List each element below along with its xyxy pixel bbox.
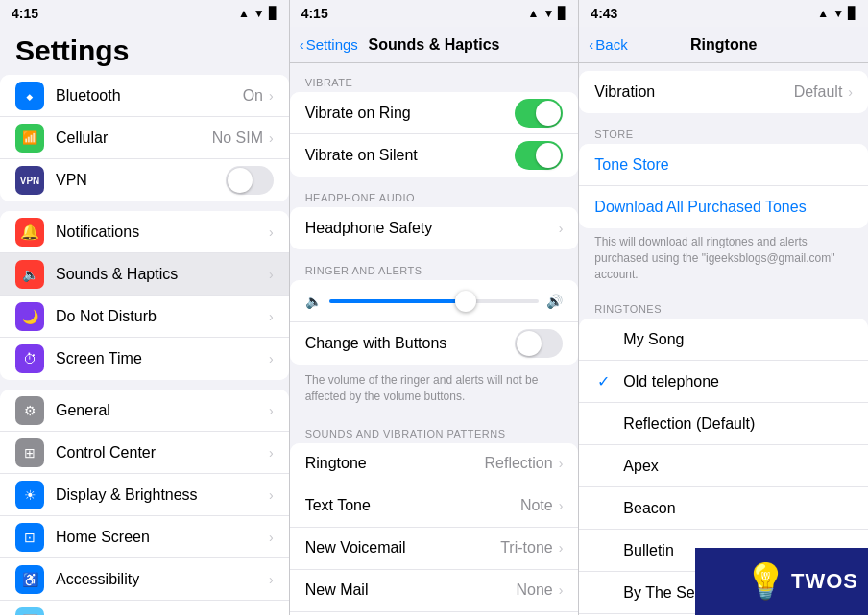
general-icon: ⚙	[15, 396, 44, 425]
status-icons-3: ▲ ▼ ▊	[817, 7, 856, 20]
time-1: 4:15	[12, 6, 38, 21]
accessibility-label: Accessibility	[56, 571, 267, 588]
texttone-chevron: ›	[559, 498, 564, 513]
ringtone-nav-title: Ringtone	[690, 36, 757, 54]
controlcenter-chevron: ›	[269, 445, 274, 461]
sounds-back-button[interactable]: ‹ Settings	[300, 36, 358, 53]
changewithbuttons-toggle[interactable]	[515, 329, 563, 358]
cellular-value: No SIM	[212, 130, 263, 147]
back-chevron-icon: ‹	[300, 36, 304, 53]
wifi-icon-2: ▼	[542, 7, 554, 20]
vpn-icon: VPN	[15, 166, 44, 195]
cellular-row[interactable]: 📶 Cellular No SIM ›	[0, 117, 289, 159]
beacon-row[interactable]: ✓ Beacon	[579, 487, 868, 530]
notifications-row[interactable]: 🔔 Notifications ›	[0, 211, 289, 253]
vpn-toggle[interactable]	[226, 166, 274, 195]
oldtelephone-row[interactable]: ✓ Old telephone	[579, 361, 868, 403]
changewithbuttons-label: Change with Buttons	[305, 335, 516, 352]
newvoicemail-row[interactable]: New Voicemail Tri-tone ›	[290, 528, 579, 570]
vibratesilent-row[interactable]: Vibrate on Silent	[290, 134, 579, 177]
newmail-row[interactable]: New Mail None ›	[290, 570, 579, 612]
screentime-row[interactable]: ⏱ Screen Time ›	[0, 338, 289, 380]
bytheseaside-checkmark: ✓	[594, 583, 612, 602]
tonestore-row[interactable]: Tone Store	[579, 144, 868, 186]
sentmail-row[interactable]: Sent Mail Swoosh ›	[290, 612, 579, 615]
bluetooth-value: On	[243, 87, 263, 105]
vibrateonring-label: Vibrate on Ring	[305, 105, 516, 122]
controlcenter-icon: ⊞	[15, 438, 44, 467]
general-chevron: ›	[269, 403, 274, 418]
homescreen-chevron: ›	[269, 530, 274, 545]
ringtone-chevron: ›	[559, 456, 564, 471]
ringtone-row[interactable]: Ringtone Reflection ›	[290, 443, 579, 485]
accessibility-row[interactable]: ♿ Accessibility ›	[0, 558, 289, 601]
vibrateonring-toggle[interactable]	[515, 99, 563, 128]
time-3: 4:43	[591, 6, 617, 21]
bluetooth-row[interactable]: ⬥ Bluetooth On ›	[0, 75, 289, 117]
ringtone-nav: ‹ Back Ringtone	[579, 27, 868, 63]
displaybrightness-chevron: ›	[269, 487, 274, 503]
panel-sounds: 4:15 ▲ ▼ ▊ ‹ Settings Sounds & Haptics V…	[290, 0, 580, 615]
watermark-text: TWOS	[791, 569, 858, 594]
reflection-row[interactable]: ✓ Reflection (Default)	[579, 403, 868, 445]
sounds-scroll: VIBRATE Vibrate on Ring Vibrate on Silen…	[290, 63, 579, 615]
displaybrightness-row[interactable]: ☀ Display & Brightness ›	[0, 474, 289, 516]
ringer-header: RINGER AND ALERTS	[290, 251, 579, 280]
homescreen-label: Home Screen	[56, 529, 267, 546]
volume-slider-container[interactable]: 🔈 🔊	[305, 294, 564, 309]
ringtone-back-button[interactable]: ‹ Back	[589, 36, 627, 53]
volume-slider-thumb[interactable]	[455, 291, 476, 312]
headphonesafety-row[interactable]: Headphone Safety ›	[290, 207, 579, 249]
donotdisturb-row[interactable]: 🌙 Do Not Disturb ›	[0, 296, 289, 338]
volume-low-icon: 🔈	[305, 294, 322, 309]
texttone-row[interactable]: Text Tone Note ›	[290, 485, 579, 528]
vibrateonring-row[interactable]: Vibrate on Ring	[290, 92, 579, 134]
reflection-checkmark: ✓	[594, 414, 612, 433]
mysong-row[interactable]: ✓ My Song	[579, 319, 868, 361]
general-label: General	[56, 402, 267, 419]
panel-ringtone: 4:43 ▲ ▼ ▊ ‹ Back Ringtone Vibration Def…	[579, 0, 868, 615]
battery-icon-2: ▊	[558, 7, 567, 20]
notifications-icon: 🔔	[15, 218, 44, 247]
oldtelephone-checkmark: ✓	[594, 372, 612, 390]
notifications-chevron: ›	[269, 225, 274, 240]
slider-row: 🔈 🔊	[290, 280, 579, 322]
vibration-group: Vibration Default ›	[579, 71, 868, 113]
changewithbuttons-row[interactable]: Change with Buttons	[290, 322, 579, 365]
screentime-icon: ⏱	[15, 344, 44, 373]
status-icons-2: ▲ ▼ ▊	[528, 7, 567, 20]
apex-checkmark: ✓	[594, 457, 612, 475]
controlcenter-row[interactable]: ⊞ Control Center ›	[0, 432, 289, 474]
bluetooth-chevron: ›	[269, 88, 274, 104]
back-chevron-icon-2: ‹	[589, 36, 593, 53]
headphonesafety-label: Headphone Safety	[305, 220, 557, 237]
newmail-chevron: ›	[559, 582, 564, 598]
accessibility-icon: ♿	[15, 565, 44, 594]
vibration-row[interactable]: Vibration Default ›	[579, 71, 868, 113]
apex-row[interactable]: ✓ Apex	[579, 445, 868, 487]
store-header: STORE	[579, 115, 868, 144]
volume-slider-fill	[329, 299, 466, 303]
settings-title: Settings	[0, 27, 289, 75]
sounds-row[interactable]: 🔈 Sounds & Haptics ›	[0, 253, 289, 296]
volume-high-icon: 🔊	[546, 294, 563, 309]
vpn-row[interactable]: VPN VPN	[0, 159, 289, 201]
settings-group-2: 🔔 Notifications › 🔈 Sounds & Haptics › 🌙…	[0, 211, 289, 380]
vibratesilent-toggle[interactable]	[515, 141, 563, 170]
downloadtones-row[interactable]: Download All Purchased Tones	[579, 186, 868, 228]
volume-slider-track[interactable]	[329, 299, 540, 303]
vibration-label: Vibration	[594, 83, 793, 101]
headphone-group: Headphone Safety ›	[290, 207, 579, 249]
vpn-label: VPN	[56, 172, 226, 189]
store-group: Tone Store Download All Purchased Tones	[579, 144, 868, 228]
signal-icon-2: ▲	[528, 7, 540, 20]
downloadtones-label: Download All Purchased Tones	[594, 199, 853, 216]
status-bar-1: 4:15 ▲ ▼ ▊	[0, 0, 289, 27]
screentime-chevron: ›	[269, 351, 274, 367]
vibratesilent-label: Vibrate on Silent	[305, 147, 516, 164]
sounds-label: Sounds & Haptics	[56, 266, 267, 283]
beacon-checkmark: ✓	[594, 499, 612, 517]
general-row[interactable]: ⚙ General ›	[0, 390, 289, 432]
wallpaper-row[interactable]: 🌅 Wallpaper ›	[0, 601, 289, 615]
homescreen-row[interactable]: ⊡ Home Screen ›	[0, 516, 289, 558]
